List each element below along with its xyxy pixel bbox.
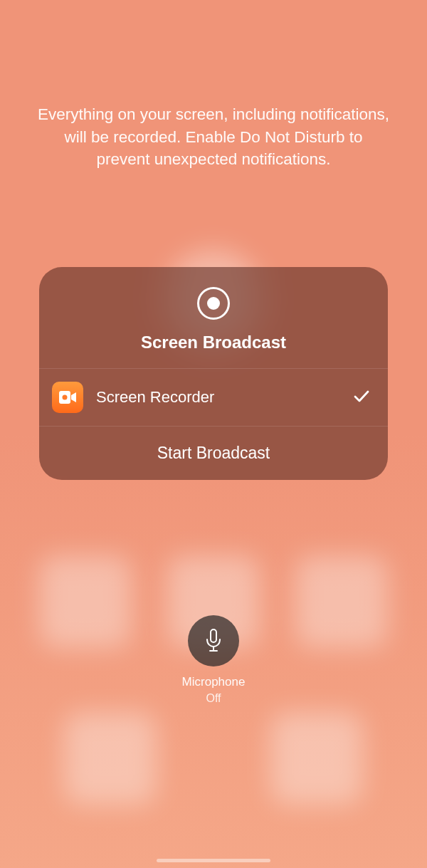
record-icon — [197, 287, 230, 320]
svg-point-1 — [63, 394, 68, 399]
microphone-icon — [205, 629, 222, 653]
broadcast-card: Screen Broadcast Screen Recorder Start B… — [39, 267, 388, 480]
svg-rect-2 — [211, 629, 216, 642]
microphone-label: Microphone — [182, 675, 246, 689]
microphone-status: Off — [206, 692, 221, 705]
videocam-icon — [59, 391, 76, 404]
card-title: Screen Broadcast — [141, 333, 286, 352]
checkmark-icon — [354, 386, 369, 408]
start-broadcast-button[interactable]: Start Broadcast — [39, 427, 388, 480]
app-option-screen-recorder[interactable]: Screen Recorder — [39, 369, 388, 427]
recording-disclaimer-text: Everything on your screen, including not… — [0, 103, 427, 171]
screen-recorder-app-icon — [52, 382, 83, 413]
microphone-section: Microphone Off — [182, 615, 246, 705]
app-name-label: Screen Recorder — [96, 388, 341, 407]
card-header: Screen Broadcast — [39, 267, 388, 369]
microphone-toggle-button[interactable] — [188, 615, 239, 666]
